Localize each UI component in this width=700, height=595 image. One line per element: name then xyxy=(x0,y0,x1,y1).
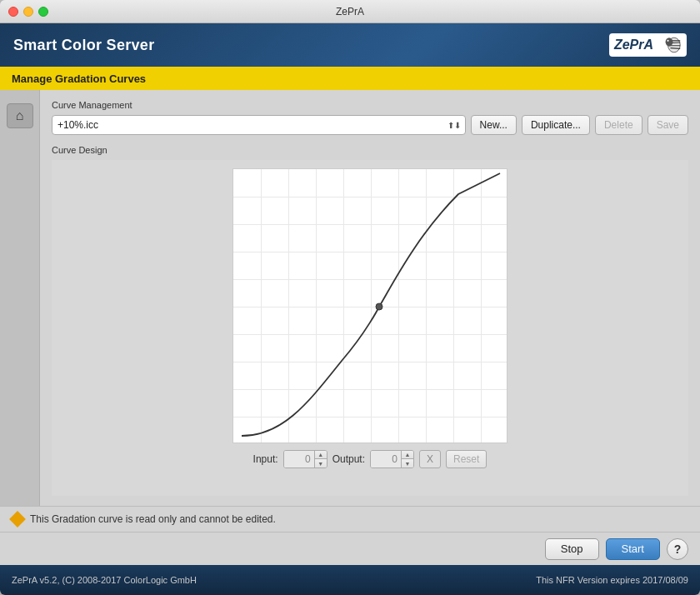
info-diamond-icon xyxy=(9,511,26,528)
help-button[interactable]: ? xyxy=(667,538,688,560)
header-bar: Smart Color Server ZePrA xyxy=(0,23,700,67)
curve-management-label: Curve Management xyxy=(52,100,688,110)
svg-point-7 xyxy=(376,303,382,310)
input-label: Input: xyxy=(253,453,278,465)
content-panel: Curve Management +10%.icc Linear Custom … xyxy=(40,90,700,506)
io-row: Input: ▲ ▼ Output: ▲ xyxy=(253,450,488,468)
logo-text: ZePrA xyxy=(614,38,653,52)
titlebar: ZePrA xyxy=(0,0,700,23)
input-field[interactable] xyxy=(284,450,314,468)
maximize-button[interactable] xyxy=(38,7,48,17)
info-bar: This Gradation curve is read only and ca… xyxy=(0,506,700,532)
output-label: Output: xyxy=(332,453,365,465)
input-spin-up[interactable]: ▲ xyxy=(315,450,327,459)
save-button[interactable]: Save xyxy=(648,115,688,135)
svg-point-6 xyxy=(667,40,668,42)
logo-zebra-icon xyxy=(657,36,682,54)
app-title: Smart Color Server xyxy=(13,37,154,54)
duplicate-button[interactable]: Duplicate... xyxy=(522,115,590,135)
output-spinner-wrapper[interactable]: ▲ ▼ xyxy=(370,450,414,468)
curve-select[interactable]: +10%.icc Linear Custom xyxy=(52,115,466,135)
start-button[interactable]: Start xyxy=(606,538,660,560)
window-title: ZePrA xyxy=(336,6,364,18)
x-button[interactable]: X xyxy=(419,450,441,468)
minimize-button[interactable] xyxy=(23,7,33,17)
output-spin-up[interactable]: ▲ xyxy=(402,450,413,459)
main-content: ⌂ Curve Management +10%.icc Linear Custo… xyxy=(0,90,700,506)
footer-left: ZePrA v5.2, (C) 2008-2017 ColorLogic Gmb… xyxy=(12,575,197,585)
action-bar: Stop Start ? xyxy=(0,532,700,565)
output-field[interactable] xyxy=(371,450,401,468)
new-button[interactable]: New... xyxy=(471,115,517,135)
output-spin-down[interactable]: ▼ xyxy=(402,459,413,468)
reset-button[interactable]: Reset xyxy=(446,450,487,468)
home-button[interactable]: ⌂ xyxy=(7,103,33,128)
delete-button[interactable]: Delete xyxy=(595,115,642,135)
stop-button[interactable]: Stop xyxy=(545,538,599,560)
input-spin-down[interactable]: ▼ xyxy=(315,459,327,468)
traffic-lights xyxy=(8,7,48,17)
close-button[interactable] xyxy=(8,7,18,17)
output-spinners: ▲ ▼ xyxy=(401,450,413,468)
svg-line-4 xyxy=(670,48,680,49)
curve-select-wrapper: +10%.icc Linear Custom ⬆⬇ xyxy=(52,115,466,135)
curve-design-label: Curve Design xyxy=(52,145,688,155)
footer-right: This NFR Version expires 2017/08/09 xyxy=(536,575,688,585)
home-icon: ⌂ xyxy=(16,108,24,123)
info-message: This Gradation curve is read only and ca… xyxy=(30,513,276,525)
sidebar: ⌂ xyxy=(0,90,40,506)
input-spinners: ▲ ▼ xyxy=(314,450,327,468)
logo-box: ZePrA xyxy=(609,33,687,57)
section-title: Manage Gradation Curves xyxy=(12,72,146,85)
curve-chart[interactable] xyxy=(232,168,508,443)
svg-point-5 xyxy=(666,38,673,46)
bottom-bar: ZePrA v5.2, (C) 2008-2017 ColorLogic Gmb… xyxy=(0,565,700,595)
main-window: ZePrA Smart Color Server ZePrA Manage Gr… xyxy=(0,0,700,595)
curve-chart-container: Input: ▲ ▼ Output: ▲ xyxy=(52,160,688,496)
curve-svg xyxy=(233,169,508,443)
chart-wrapper: Input: ▲ ▼ Output: ▲ xyxy=(232,168,508,475)
curve-management-row: +10%.icc Linear Custom ⬆⬇ New... Duplica… xyxy=(52,115,688,135)
input-spinner-wrapper[interactable]: ▲ ▼ xyxy=(283,450,328,468)
section-title-bar: Manage Gradation Curves xyxy=(0,67,700,90)
logo-area: ZePrA xyxy=(609,33,687,57)
